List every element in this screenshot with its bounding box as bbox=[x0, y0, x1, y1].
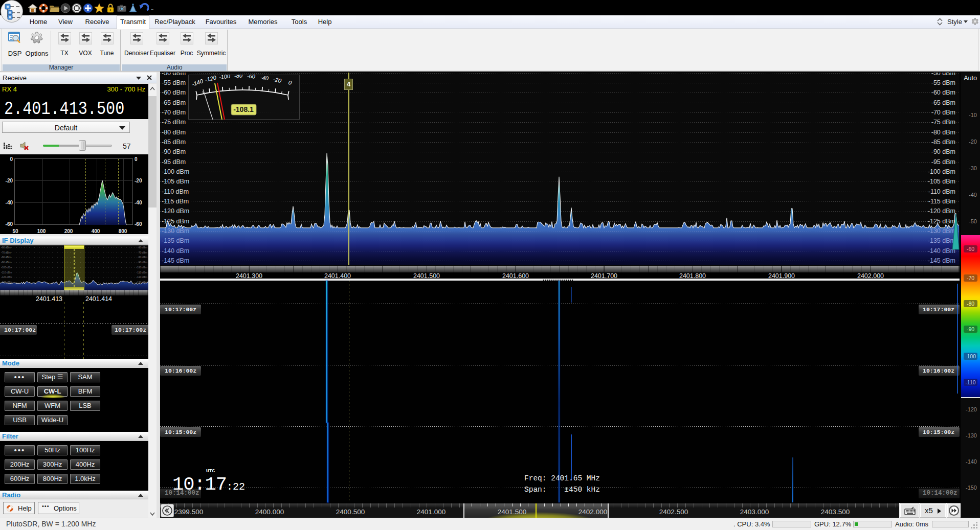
svg-text:-60: -60 bbox=[247, 75, 256, 80]
svg-text:-108.1: -108.1 bbox=[233, 105, 254, 113]
svg-text:-80: -80 bbox=[234, 75, 243, 79]
svg-text:-40: -40 bbox=[260, 75, 269, 81]
